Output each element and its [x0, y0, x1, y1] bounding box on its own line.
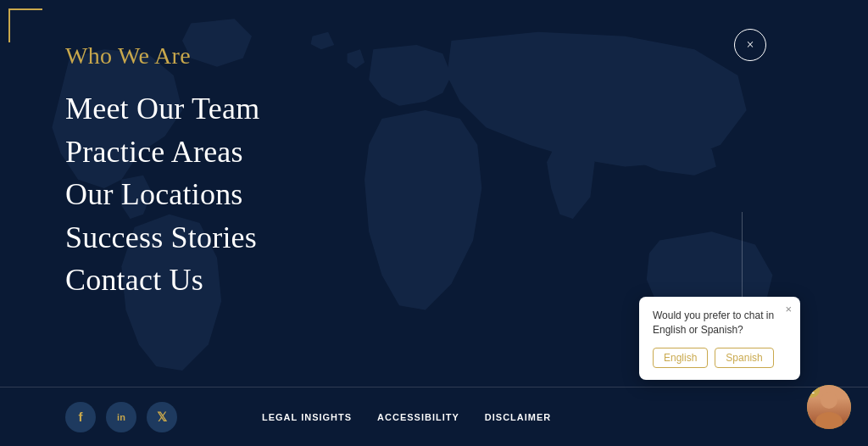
- chat-avatar-button[interactable]: 1: [807, 385, 851, 429]
- nav-link-success-stories[interactable]: Success Stories: [65, 217, 259, 259]
- nav-link-our-locations[interactable]: Our Locations: [65, 174, 259, 215]
- nav-link-contact-us[interactable]: Contact Us: [65, 259, 259, 301]
- nav-item-contact-us[interactable]: Contact Us: [65, 259, 259, 301]
- nav-item-success-stories[interactable]: Success Stories: [65, 217, 259, 259]
- twitter-icon: 𝕏: [157, 410, 167, 425]
- twitter-icon-button[interactable]: 𝕏: [147, 402, 177, 432]
- footer-link-disclaimer[interactable]: DISCLAIMER: [485, 412, 551, 422]
- corner-bracket: [8, 8, 42, 42]
- footer-link-accessibility[interactable]: ACCESSIBILITY: [377, 412, 459, 422]
- svg-point-0: [821, 392, 837, 409]
- nav-heading: Who We Are: [65, 42, 259, 70]
- chat-popup: × Would you prefer to chat in English or…: [639, 297, 800, 380]
- nav-items-list: Meet Our Team Practice Areas Our Locatio…: [65, 88, 259, 301]
- chat-popup-text: Would you prefer to chat in English or S…: [653, 309, 787, 337]
- social-icons-group: f in 𝕏: [65, 402, 177, 432]
- nav-item-our-locations[interactable]: Our Locations: [65, 174, 259, 215]
- footer-links-group: LEGAL INSIGHTS ACCESSIBILITY DISCLAIMER: [262, 412, 551, 422]
- linkedin-icon: in: [117, 412, 125, 422]
- chat-popup-buttons: English Spanish: [653, 348, 787, 368]
- nav-item-meet-our-team[interactable]: Meet Our Team: [65, 88, 259, 130]
- facebook-icon: f: [79, 410, 83, 424]
- close-icon: ×: [746, 37, 754, 53]
- chat-english-button[interactable]: English: [653, 348, 708, 368]
- nav-item-practice-areas[interactable]: Practice Areas: [65, 131, 259, 173]
- nav-link-meet-our-team[interactable]: Meet Our Team: [65, 88, 259, 130]
- footer-link-legal-insights[interactable]: LEGAL INSIGHTS: [262, 412, 352, 422]
- svg-point-1: [815, 412, 843, 429]
- facebook-icon-button[interactable]: f: [65, 402, 96, 432]
- footer-bar: f in 𝕏 LEGAL INSIGHTS ACCESSIBILITY DISC…: [0, 387, 868, 446]
- nav-link-practice-areas[interactable]: Practice Areas: [65, 131, 259, 173]
- chat-popup-close-button[interactable]: ×: [785, 304, 792, 315]
- linkedin-icon-button[interactable]: in: [106, 402, 136, 432]
- chat-spanish-button[interactable]: Spanish: [715, 348, 773, 368]
- close-button[interactable]: ×: [734, 29, 766, 61]
- main-navigation: Who We Are Meet Our Team Practice Areas …: [65, 42, 259, 301]
